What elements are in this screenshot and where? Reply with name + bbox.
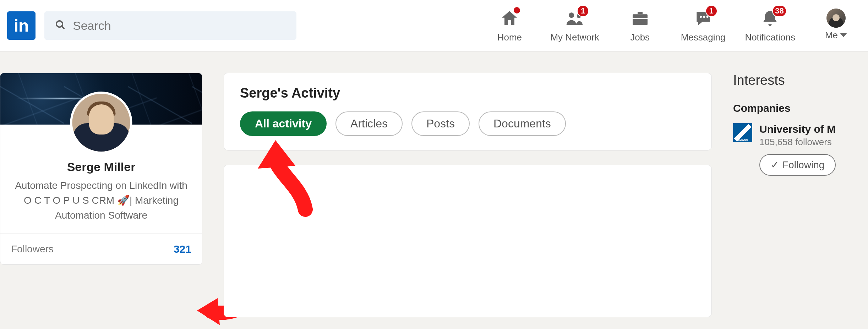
tab-articles[interactable]: Articles: [335, 111, 403, 136]
svg-point-0: [56, 21, 63, 27]
briefcase-icon: [630, 9, 650, 28]
svg-point-2: [569, 12, 574, 18]
activity-feed: [224, 165, 712, 317]
profile-name: Serge Miller: [11, 160, 191, 174]
company-item[interactable]: UMASS University of M 105,658 followers: [733, 123, 868, 148]
chevron-down-icon: [840, 33, 847, 37]
linkedin-logo[interactable]: in: [7, 11, 36, 40]
nav-network-label: My Network: [550, 32, 599, 43]
svg-rect-4: [633, 14, 648, 25]
nav-messaging[interactable]: 1 Messaging: [681, 9, 726, 43]
company-followers: 105,658 followers: [759, 137, 836, 148]
tab-posts[interactable]: Posts: [411, 111, 470, 136]
global-header: in Home 1 My Network Jobs: [0, 0, 868, 51]
svg-point-5: [699, 16, 702, 18]
activity-title: Serge's Activity: [240, 86, 695, 101]
company-name: University of M: [759, 123, 836, 135]
search-input[interactable]: [73, 19, 286, 33]
profile-avatar[interactable]: [70, 92, 132, 154]
following-button[interactable]: ✓ Following: [759, 154, 836, 176]
network-badge: 1: [577, 5, 589, 17]
search-box[interactable]: [44, 11, 296, 40]
nav-home[interactable]: Home: [488, 9, 531, 43]
nav-notifications[interactable]: 38 Notifications: [745, 9, 795, 43]
home-badge: [513, 6, 521, 14]
nav-jobs-label: Jobs: [630, 32, 650, 43]
main-content: Serge Miller Automate Prospecting on Lin…: [0, 51, 868, 317]
interests-title: Interests: [733, 73, 868, 88]
followers-label: Followers: [11, 243, 54, 255]
nav-me-label: Me: [825, 30, 838, 41]
notifications-badge: 38: [772, 5, 786, 17]
activity-tabs: All activity Articles Posts Documents: [240, 111, 695, 136]
tab-documents[interactable]: Documents: [479, 111, 566, 136]
tab-all-activity[interactable]: All activity: [240, 111, 327, 136]
check-icon: ✓: [771, 159, 779, 171]
nav-home-label: Home: [497, 32, 522, 43]
nav-messaging-label: Messaging: [681, 32, 726, 43]
followers-row[interactable]: Followers 321: [0, 234, 202, 264]
followers-count: 321: [174, 243, 191, 255]
messaging-badge: 1: [705, 5, 717, 17]
activity-card: Serge's Activity All activity Articles P…: [224, 73, 712, 150]
profile-headline: Automate Prospecting on LinkedIn with O …: [11, 178, 191, 223]
svg-point-6: [703, 16, 705, 18]
company-logo: UMASS: [733, 123, 752, 142]
nav-jobs[interactable]: Jobs: [619, 9, 661, 43]
search-icon: [55, 20, 66, 32]
svg-line-1: [62, 26, 65, 29]
avatar-icon: [826, 9, 846, 28]
primary-nav: Home 1 My Network Jobs 1 Messaging: [488, 9, 861, 43]
nav-me[interactable]: Me: [815, 9, 857, 41]
interests-panel: Interests Companies UMASS University of …: [733, 73, 868, 317]
companies-heading: Companies: [733, 102, 868, 114]
profile-card: Serge Miller Automate Prospecting on Lin…: [0, 73, 202, 265]
svg-marker-8: [197, 298, 220, 325]
following-label: Following: [782, 159, 824, 171]
nav-notifications-label: Notifications: [745, 32, 795, 43]
nav-my-network[interactable]: 1 My Network: [550, 9, 599, 43]
